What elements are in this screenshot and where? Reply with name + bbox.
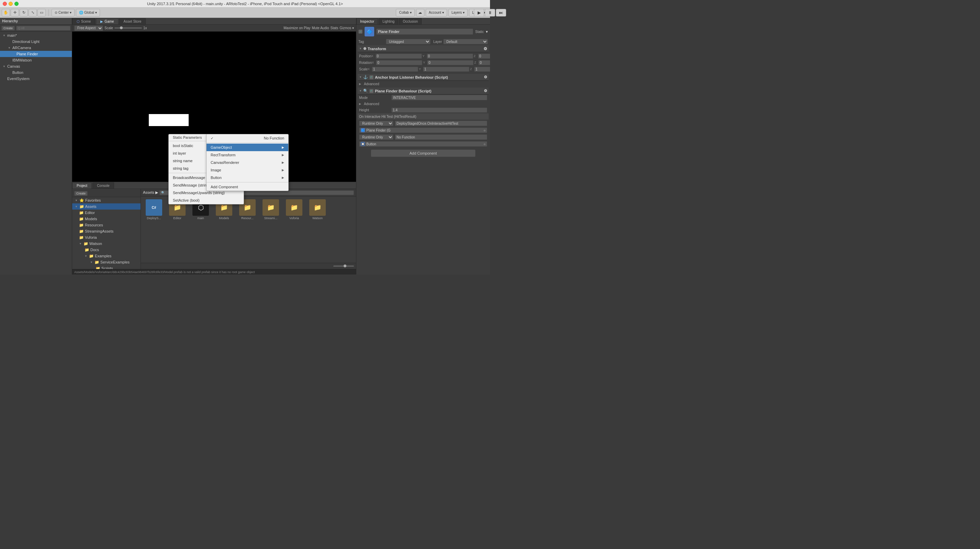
hierarchy-create-btn[interactable]: Create <box>2 26 15 30</box>
add-component-button[interactable]: Add Component <box>371 150 476 157</box>
height-input[interactable] <box>391 108 487 113</box>
anchor-checkbox[interactable]: ✓ <box>369 75 374 80</box>
stats-label[interactable]: Stats <box>331 26 339 30</box>
collab-dropdown[interactable]: Collab ▾ <box>396 9 414 16</box>
submenu-arrow-icon: ▶ <box>282 161 284 164</box>
rect-tool-btn[interactable]: ▭ <box>37 9 46 16</box>
layers-dropdown[interactable]: Layers ▾ <box>449 9 468 16</box>
minimize-button[interactable] <box>9 2 13 6</box>
tab-game[interactable]: ▶ Game <box>96 18 118 24</box>
dropdown-item-set-active[interactable]: SetActive (bool) <box>169 197 243 204</box>
fullscreen-button[interactable] <box>14 2 19 6</box>
hierarchy-item-plane-finder[interactable]: ▶ Plane Finder <box>0 51 72 57</box>
tab-inspector[interactable]: Inspector <box>356 18 378 24</box>
zoom-slider[interactable] <box>333 266 354 267</box>
hierarchy-item-eventsystem[interactable]: ▶ EventSystem <box>0 76 72 82</box>
runtime-only-dropdown-2[interactable]: Runtime Only <box>359 134 393 140</box>
dropdown-item-recttransform[interactable]: RectTransform ▶ <box>207 151 288 159</box>
space-dropdown[interactable]: 🌐 Global ▾ <box>76 9 100 16</box>
project-item-streamingassets[interactable]: 📁 StreamingAssets <box>72 228 140 234</box>
dropdown-item-button[interactable]: Button ▶ <box>207 174 288 181</box>
asset-watson[interactable]: 📁 Watson <box>307 199 328 220</box>
position-z-input[interactable] <box>478 54 490 59</box>
hierarchy-item-canvas[interactable]: ▼ Canvas <box>0 63 72 69</box>
planefinder-advanced-header[interactable]: ▶ Advanced <box>358 101 488 107</box>
dropdown-item-gameobject[interactable]: GameObject ▶ <box>207 143 288 151</box>
tab-console[interactable]: Console <box>92 182 114 189</box>
planefinder-gear-icon[interactable]: ⚙ <box>484 89 487 93</box>
asset-streaming[interactable]: 📁 Streami... <box>261 199 281 220</box>
tab-project[interactable]: Project <box>72 182 92 189</box>
rotate-tool-btn[interactable]: ↻ <box>19 9 28 16</box>
transform-component-header[interactable]: ▼ ⊕ Transform ⚙ <box>358 45 488 52</box>
scale-y-input[interactable] <box>423 67 469 72</box>
position-y-input[interactable] <box>427 54 473 59</box>
gizmos-dropdown[interactable]: Gizmos ▾ <box>339 26 354 30</box>
static-dropdown-icon[interactable]: ▾ <box>486 30 488 34</box>
gear-icon[interactable]: ⚙ <box>484 46 487 51</box>
project-item-models[interactable]: 📁 Models <box>72 216 140 222</box>
project-item-assets[interactable]: ▼ 📁 Assets <box>72 204 140 210</box>
object-active-checkbox[interactable]: ✓ <box>358 30 363 33</box>
tab-asset-store[interactable]: Asset Store <box>119 18 146 24</box>
mute-label[interactable]: Mute Audio <box>312 26 329 30</box>
rotation-z-input[interactable] <box>478 60 490 65</box>
tab-scene[interactable]: ⬡ Scene <box>72 18 95 24</box>
anchor-advanced-header[interactable]: ▶ Advanced <box>358 81 488 87</box>
tab-occlusion[interactable]: Occlusion <box>399 18 422 24</box>
tab-lighting[interactable]: Lighting <box>379 18 398 24</box>
obj-ref-field[interactable]: 🔷 Plane Finder (G ○ <box>359 127 487 133</box>
project-item-docs[interactable]: 📁 Docs <box>72 247 140 253</box>
cloud-button[interactable]: ☁ <box>416 9 424 16</box>
scale-tool-btn[interactable]: ⤡ <box>29 9 37 16</box>
hierarchy-item-ibmwatson[interactable]: ▶ IBMWatson <box>0 57 72 63</box>
account-dropdown[interactable]: Account ▾ <box>426 9 447 16</box>
rotation-y-input[interactable] <box>427 60 474 65</box>
hierarchy-search-input[interactable] <box>16 26 70 30</box>
project-item-editor[interactable]: 📁 Editor <box>72 210 140 216</box>
planefinder-checkbox[interactable]: ✓ <box>369 89 374 93</box>
asset-deploys[interactable]: C# DeployS... <box>144 199 164 220</box>
maximize-label[interactable]: Maximize on Play <box>283 26 310 30</box>
rotation-x-input[interactable] <box>376 60 422 65</box>
planefinder-component-header[interactable]: ▼ 🔍 ✓ Plane Finder Behaviour (Script) ⚙ <box>358 88 488 94</box>
project-item-vuforia[interactable]: 📁 Vuforia <box>72 234 140 240</box>
hierarchy-item-arcamera[interactable]: ▼ ARCamera <box>0 45 72 51</box>
object-name-field[interactable] <box>376 29 473 35</box>
scale-slider[interactable] <box>115 27 142 29</box>
hierarchy-item-main[interactable]: ▼ main* <box>0 32 72 38</box>
y-label: Y <box>419 67 422 71</box>
dropdown-item-canvasrenderer[interactable]: CanvasRenderer ▶ <box>207 159 288 166</box>
tag-dropdown[interactable]: Untagged <box>386 39 431 44</box>
close-button[interactable] <box>3 2 7 6</box>
dropdown-item-image[interactable]: Image ▶ <box>207 166 288 174</box>
dropdown-item-no-function[interactable]: No Function <box>207 134 288 142</box>
scale-x-input[interactable] <box>372 67 418 72</box>
pause-button[interactable]: ⏸ <box>485 9 490 16</box>
project-item-watson[interactable]: ▼ 📁 Watson <box>72 240 140 247</box>
project-item-serviceexamples[interactable]: ▼ 📁 ServiceExamples <box>72 259 140 265</box>
project-create-btn[interactable]: Create <box>74 191 88 196</box>
play-button[interactable]: ▶ <box>474 9 484 16</box>
scale-z-input[interactable] <box>474 67 490 72</box>
project-item-label: 📁 Examples <box>89 254 111 258</box>
dropdown-item-add-component[interactable]: Add Component <box>207 183 288 191</box>
no-function-dropdown[interactable]: No Function <box>395 134 487 140</box>
pivot-dropdown[interactable]: ⊙ Center ▾ <box>51 9 75 16</box>
runtime-only-dropdown-1[interactable]: Runtime Only <box>359 121 393 126</box>
aspect-dropdown[interactable]: Free Aspect <box>74 25 103 31</box>
anchor-component-header[interactable]: ▼ ⚓ ✓ Anchor Input Listener Behaviour (S… <box>358 74 488 81</box>
project-item-resources[interactable]: 📁 Resources <box>72 222 140 228</box>
asset-vuforia[interactable]: 📁 Vuforia <box>284 199 304 220</box>
hierarchy-item-directional-light[interactable]: ▶ Directional Light <box>0 38 72 45</box>
project-item-favorites[interactable]: ▼ ⭐ Favorites <box>72 197 140 204</box>
anchor-gear-icon[interactable]: ⚙ <box>484 75 487 80</box>
move-tool-btn[interactable]: ✛ <box>11 9 19 16</box>
layer-dropdown[interactable]: Default <box>443 39 488 44</box>
project-item-examples[interactable]: ▼ 📁 Examples <box>72 253 140 259</box>
project-item-scripts[interactable]: 📁 Scripts <box>72 265 140 269</box>
position-x-input[interactable] <box>375 54 422 59</box>
hand-tool-btn[interactable]: ✋ <box>2 9 10 16</box>
hierarchy-item-button[interactable]: ▶ Button <box>0 69 72 76</box>
obj-ref-field-2[interactable]: 🔲 Button ○ <box>359 141 487 147</box>
